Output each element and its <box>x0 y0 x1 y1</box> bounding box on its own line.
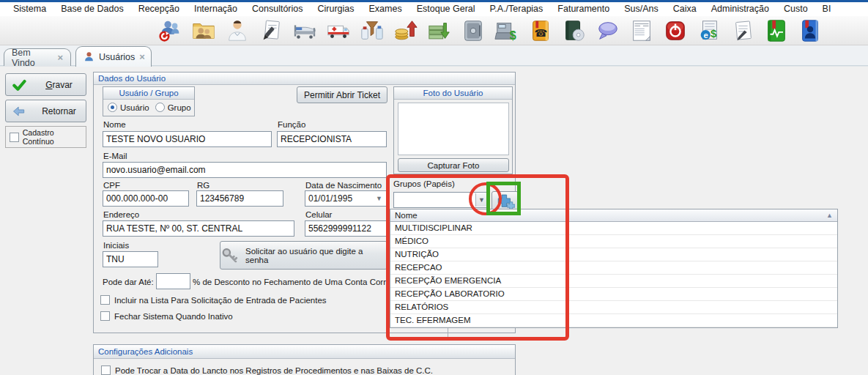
pode-trocar-data-checkbox[interactable] <box>101 365 111 375</box>
application-window: Sistema Base de Dados Recepção Internaçã… <box>0 0 868 375</box>
retornar-button[interactable]: Retornar <box>5 100 86 122</box>
rg-label: RG <box>197 181 209 190</box>
cash-register-icon[interactable]: $ <box>494 18 519 43</box>
hospital-bed-icon[interactable] <box>292 18 317 43</box>
grid-row[interactable]: RECEPÇÃO EMERGENCIA <box>390 275 837 288</box>
menu-faturamento[interactable]: Faturamento <box>550 2 617 16</box>
grupos-combo[interactable]: ▼ <box>393 192 489 208</box>
safe-icon[interactable] <box>461 18 486 43</box>
pharmacy-stock-icon[interactable] <box>360 18 385 43</box>
svg-text:e: e <box>703 30 708 39</box>
sort-asc-icon[interactable]: ▲ <box>826 212 833 219</box>
foto-preview <box>398 103 509 155</box>
invoice-icon[interactable] <box>629 18 654 43</box>
check-icon <box>12 78 26 92</box>
user-tab-icon <box>84 51 94 62</box>
desconto-suffix-label: % de Desconto no Fechamento de Uma Conta… <box>193 278 402 286</box>
tab-bem-vindo-close-icon[interactable]: × <box>57 53 63 62</box>
contacts-book-icon[interactable] <box>798 18 823 43</box>
solicitar-senha-button[interactable]: Solicitar ao usuário que digite a senha <box>220 241 387 270</box>
power-icon[interactable] <box>663 18 688 43</box>
menu-administracao[interactable]: Administração <box>704 2 776 16</box>
cpf-input[interactable] <box>103 190 189 207</box>
data-nascimento-value: 01/01/1995 <box>308 193 352 204</box>
ambulance-icon[interactable] <box>326 18 351 43</box>
toolbar: $ ☎ e$ <box>0 16 868 45</box>
phonebook-icon[interactable]: ☎ <box>528 18 553 43</box>
menu-consultorios[interactable]: Consultórios <box>245 2 310 16</box>
menu-recepcao[interactable]: Recepção <box>131 2 187 16</box>
grid-row[interactable]: RECEPÇÃO LABORATORIO <box>390 288 837 301</box>
radio-usuario[interactable] <box>108 103 117 112</box>
rg-input[interactable] <box>196 190 283 207</box>
document-sign-icon[interactable] <box>730 18 755 43</box>
retornar-label: Retornar <box>32 106 86 116</box>
book-cd-icon[interactable] <box>562 18 587 43</box>
menu-exames[interactable]: Exames <box>362 2 409 16</box>
tab-bem-vindo[interactable]: Bem Vindo × <box>4 48 71 66</box>
radio-grupo-label: Grupo <box>168 103 191 112</box>
document-pen-icon[interactable] <box>259 18 283 43</box>
endereco-label: Endereço <box>103 210 139 219</box>
menu-cirurgias[interactable]: Cirurgias <box>311 2 362 16</box>
grid-row[interactable]: RELATÓRIOS <box>390 301 837 314</box>
tab-usuarios-close-icon[interactable]: × <box>139 52 145 62</box>
health-book-icon[interactable] <box>764 18 789 43</box>
grid-header-label: Nome <box>395 211 418 220</box>
gravar-button[interactable]: Gravar <box>5 73 86 96</box>
menu-pa-terapias[interactable]: P.A./Terapias <box>483 2 551 16</box>
grid-row[interactable]: RECEPCAO <box>390 261 837 275</box>
folder-users-icon[interactable] <box>191 18 216 43</box>
grupos-combo-arrow-icon[interactable]: ▼ <box>475 193 487 207</box>
back-arrow-icon <box>12 104 26 119</box>
grid-row[interactable]: NUTRIÇÃO <box>390 248 837 261</box>
cadastro-continuo-checkbox[interactable] <box>10 133 19 142</box>
menu-caixa[interactable]: Caixa <box>666 2 704 16</box>
capturar-foto-button[interactable]: Capturar Foto <box>398 158 509 172</box>
menu-bar: Sistema Base de Dados Recepção Internaçã… <box>0 2 868 16</box>
menu-sus-ans[interactable]: Sus/Ans <box>617 2 666 16</box>
menu-bi[interactable]: BI <box>815 2 839 16</box>
email-input[interactable] <box>103 162 387 178</box>
fechar-sistema-checkbox[interactable] <box>100 311 110 321</box>
svg-text:$: $ <box>711 27 717 40</box>
grid-header-nome[interactable]: Nome ▲ <box>390 209 837 222</box>
data-nascimento-combo[interactable]: 01/01/1995 ▼ <box>305 190 387 207</box>
dados-usuario-title: Dados do Usuário <box>94 73 515 85</box>
desconto-input[interactable] <box>156 273 190 289</box>
grid-row[interactable]: MULTIDISCIPLINAR <box>390 222 837 235</box>
tab-usuarios-label: Usuários <box>99 52 135 62</box>
permitir-abrir-ticket-button[interactable]: Permitir Abrir Ticket <box>297 86 387 103</box>
doctor-icon[interactable] <box>225 18 250 43</box>
add-grupo-button[interactable] <box>492 191 519 211</box>
config-adicionais-title: Configurações Adicionais <box>94 345 515 359</box>
usuario-grupo-box: Usuário / Grupo Usuário Grupo <box>103 86 195 116</box>
nome-input[interactable] <box>103 131 272 147</box>
radio-usuario-label: Usuário <box>120 103 149 112</box>
chevron-down-icon[interactable]: ▼ <box>374 191 385 206</box>
menu-internacao[interactable]: Internação <box>187 2 245 16</box>
config-adicionais-panel: Configurações Adicionais Pode Trocar a D… <box>93 344 516 375</box>
menu-custo[interactable]: Custo <box>776 2 815 16</box>
celular-input[interactable] <box>305 220 387 237</box>
users-sync-icon[interactable] <box>157 18 182 43</box>
menu-sistema[interactable]: Sistema <box>6 2 53 16</box>
grid-row[interactable]: MÉDICO <box>390 235 837 248</box>
chat-icon[interactable] <box>596 18 620 43</box>
endereco-input[interactable] <box>103 220 294 237</box>
menu-estoque-geral[interactable]: Estoque Geral <box>409 2 483 16</box>
foto-usuario-title: Foto do Usuário <box>394 87 512 100</box>
incluir-lista-checkbox[interactable] <box>100 295 110 305</box>
grid-row[interactable]: TEC. EFERMAGEM <box>390 314 837 327</box>
menu-base-de-dados[interactable]: Base de Dados <box>53 2 130 16</box>
money-down-icon[interactable] <box>427 18 452 43</box>
funcao-input[interactable] <box>277 131 387 147</box>
radio-grupo[interactable] <box>155 103 165 112</box>
money-up-icon[interactable] <box>393 18 418 43</box>
tab-usuarios[interactable]: Usuários × <box>75 46 152 67</box>
key-icon <box>220 246 240 265</box>
iniciais-input[interactable] <box>103 251 158 267</box>
e-invoice-icon[interactable]: e$ <box>697 18 722 43</box>
fechar-sistema-label: Fechar Sistema Quando Inativo <box>114 312 233 321</box>
cpf-label: CPF <box>103 181 120 190</box>
